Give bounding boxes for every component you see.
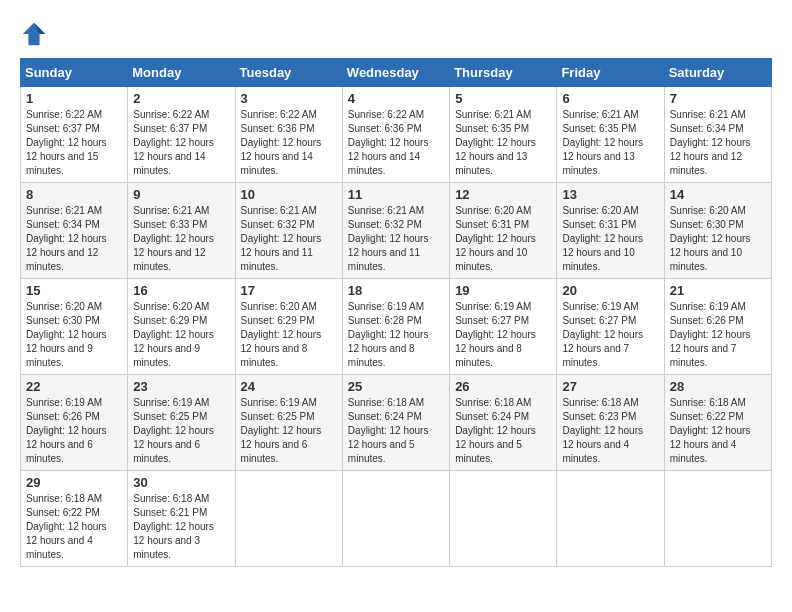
day-number: 20 [562,283,658,298]
calendar-week-row: 8Sunrise: 6:21 AMSunset: 6:34 PMDaylight… [21,183,772,279]
calendar-week-row: 1Sunrise: 6:22 AMSunset: 6:37 PMDaylight… [21,87,772,183]
day-number: 15 [26,283,122,298]
day-info: Sunrise: 6:22 AMSunset: 6:36 PMDaylight:… [241,108,337,178]
day-number: 10 [241,187,337,202]
calendar-header-row: SundayMondayTuesdayWednesdayThursdayFrid… [21,59,772,87]
day-number: 22 [26,379,122,394]
calendar-cell: 25Sunrise: 6:18 AMSunset: 6:24 PMDayligh… [342,375,449,471]
day-number: 12 [455,187,551,202]
day-info: Sunrise: 6:18 AMSunset: 6:24 PMDaylight:… [348,396,444,466]
day-info: Sunrise: 6:19 AMSunset: 6:27 PMDaylight:… [562,300,658,370]
day-number: 13 [562,187,658,202]
day-number: 27 [562,379,658,394]
calendar-day-header: Wednesday [342,59,449,87]
day-number: 11 [348,187,444,202]
calendar-cell: 29Sunrise: 6:18 AMSunset: 6:22 PMDayligh… [21,471,128,567]
day-number: 7 [670,91,766,106]
day-number: 9 [133,187,229,202]
day-info: Sunrise: 6:18 AMSunset: 6:23 PMDaylight:… [562,396,658,466]
day-info: Sunrise: 6:19 AMSunset: 6:27 PMDaylight:… [455,300,551,370]
calendar-cell [557,471,664,567]
day-number: 14 [670,187,766,202]
day-info: Sunrise: 6:19 AMSunset: 6:25 PMDaylight:… [241,396,337,466]
calendar-cell: 14Sunrise: 6:20 AMSunset: 6:30 PMDayligh… [664,183,771,279]
calendar-day-header: Friday [557,59,664,87]
calendar-cell: 19Sunrise: 6:19 AMSunset: 6:27 PMDayligh… [450,279,557,375]
day-info: Sunrise: 6:20 AMSunset: 6:31 PMDaylight:… [562,204,658,274]
day-info: Sunrise: 6:21 AMSunset: 6:34 PMDaylight:… [670,108,766,178]
day-number: 1 [26,91,122,106]
calendar-cell: 20Sunrise: 6:19 AMSunset: 6:27 PMDayligh… [557,279,664,375]
day-number: 8 [26,187,122,202]
day-number: 6 [562,91,658,106]
calendar-cell [342,471,449,567]
day-number: 16 [133,283,229,298]
calendar-cell: 12Sunrise: 6:20 AMSunset: 6:31 PMDayligh… [450,183,557,279]
calendar-cell: 26Sunrise: 6:18 AMSunset: 6:24 PMDayligh… [450,375,557,471]
calendar-cell [664,471,771,567]
day-info: Sunrise: 6:21 AMSunset: 6:32 PMDaylight:… [241,204,337,274]
calendar-day-header: Thursday [450,59,557,87]
logo-icon [20,20,48,48]
day-number: 2 [133,91,229,106]
calendar-cell: 17Sunrise: 6:20 AMSunset: 6:29 PMDayligh… [235,279,342,375]
calendar-cell: 10Sunrise: 6:21 AMSunset: 6:32 PMDayligh… [235,183,342,279]
day-info: Sunrise: 6:19 AMSunset: 6:28 PMDaylight:… [348,300,444,370]
day-number: 5 [455,91,551,106]
calendar-cell: 23Sunrise: 6:19 AMSunset: 6:25 PMDayligh… [128,375,235,471]
day-info: Sunrise: 6:20 AMSunset: 6:30 PMDaylight:… [670,204,766,274]
calendar-cell: 7Sunrise: 6:21 AMSunset: 6:34 PMDaylight… [664,87,771,183]
day-info: Sunrise: 6:20 AMSunset: 6:29 PMDaylight:… [241,300,337,370]
day-info: Sunrise: 6:20 AMSunset: 6:30 PMDaylight:… [26,300,122,370]
calendar-day-header: Tuesday [235,59,342,87]
calendar-cell: 11Sunrise: 6:21 AMSunset: 6:32 PMDayligh… [342,183,449,279]
day-info: Sunrise: 6:22 AMSunset: 6:37 PMDaylight:… [133,108,229,178]
calendar-day-header: Sunday [21,59,128,87]
day-number: 25 [348,379,444,394]
calendar-cell: 5Sunrise: 6:21 AMSunset: 6:35 PMDaylight… [450,87,557,183]
calendar-cell: 28Sunrise: 6:18 AMSunset: 6:22 PMDayligh… [664,375,771,471]
day-number: 17 [241,283,337,298]
day-info: Sunrise: 6:18 AMSunset: 6:22 PMDaylight:… [670,396,766,466]
calendar-day-header: Saturday [664,59,771,87]
day-info: Sunrise: 6:22 AMSunset: 6:37 PMDaylight:… [26,108,122,178]
calendar-cell: 4Sunrise: 6:22 AMSunset: 6:36 PMDaylight… [342,87,449,183]
day-number: 4 [348,91,444,106]
day-number: 29 [26,475,122,490]
calendar-table: SundayMondayTuesdayWednesdayThursdayFrid… [20,58,772,567]
calendar-week-row: 22Sunrise: 6:19 AMSunset: 6:26 PMDayligh… [21,375,772,471]
calendar-day-header: Monday [128,59,235,87]
day-number: 3 [241,91,337,106]
day-number: 19 [455,283,551,298]
calendar-cell: 16Sunrise: 6:20 AMSunset: 6:29 PMDayligh… [128,279,235,375]
day-number: 24 [241,379,337,394]
calendar-cell: 1Sunrise: 6:22 AMSunset: 6:37 PMDaylight… [21,87,128,183]
calendar-cell: 13Sunrise: 6:20 AMSunset: 6:31 PMDayligh… [557,183,664,279]
day-info: Sunrise: 6:21 AMSunset: 6:34 PMDaylight:… [26,204,122,274]
calendar-cell: 9Sunrise: 6:21 AMSunset: 6:33 PMDaylight… [128,183,235,279]
day-info: Sunrise: 6:19 AMSunset: 6:26 PMDaylight:… [670,300,766,370]
calendar-cell: 24Sunrise: 6:19 AMSunset: 6:25 PMDayligh… [235,375,342,471]
day-info: Sunrise: 6:18 AMSunset: 6:22 PMDaylight:… [26,492,122,562]
calendar-cell: 18Sunrise: 6:19 AMSunset: 6:28 PMDayligh… [342,279,449,375]
day-info: Sunrise: 6:20 AMSunset: 6:29 PMDaylight:… [133,300,229,370]
calendar-week-row: 29Sunrise: 6:18 AMSunset: 6:22 PMDayligh… [21,471,772,567]
day-info: Sunrise: 6:20 AMSunset: 6:31 PMDaylight:… [455,204,551,274]
day-info: Sunrise: 6:21 AMSunset: 6:33 PMDaylight:… [133,204,229,274]
calendar-cell: 21Sunrise: 6:19 AMSunset: 6:26 PMDayligh… [664,279,771,375]
calendar-cell: 6Sunrise: 6:21 AMSunset: 6:35 PMDaylight… [557,87,664,183]
day-number: 23 [133,379,229,394]
day-number: 21 [670,283,766,298]
calendar-cell: 30Sunrise: 6:18 AMSunset: 6:21 PMDayligh… [128,471,235,567]
day-info: Sunrise: 6:21 AMSunset: 6:35 PMDaylight:… [562,108,658,178]
calendar-cell: 2Sunrise: 6:22 AMSunset: 6:37 PMDaylight… [128,87,235,183]
calendar-cell: 22Sunrise: 6:19 AMSunset: 6:26 PMDayligh… [21,375,128,471]
day-number: 30 [133,475,229,490]
calendar-cell [235,471,342,567]
calendar-cell [450,471,557,567]
day-info: Sunrise: 6:19 AMSunset: 6:25 PMDaylight:… [133,396,229,466]
day-number: 18 [348,283,444,298]
day-info: Sunrise: 6:21 AMSunset: 6:35 PMDaylight:… [455,108,551,178]
calendar-cell: 8Sunrise: 6:21 AMSunset: 6:34 PMDaylight… [21,183,128,279]
day-info: Sunrise: 6:18 AMSunset: 6:21 PMDaylight:… [133,492,229,562]
